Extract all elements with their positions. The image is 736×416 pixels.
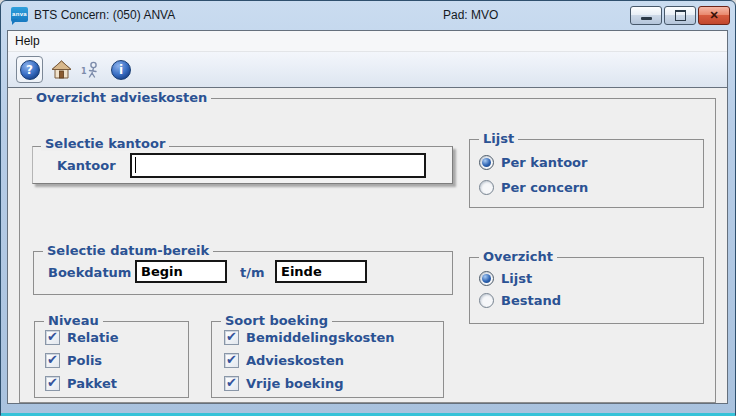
radio-lijst[interactable] bbox=[479, 271, 494, 286]
checkbox-option-bemiddelingskosten[interactable]: Bemiddelingskosten bbox=[224, 330, 395, 345]
radio-option-lijst[interactable]: Lijst bbox=[479, 271, 561, 286]
checkbox-pakket-label: Pakket bbox=[67, 376, 117, 391]
groupbox-lijst-title: Lijst bbox=[479, 131, 518, 146]
close-button[interactable]: ✕ bbox=[698, 6, 730, 25]
begin-date-input[interactable] bbox=[135, 260, 227, 283]
radio-bestand-label: Bestand bbox=[501, 293, 561, 308]
radio-option-per-kantoor[interactable]: Per kantoor bbox=[479, 155, 588, 170]
maximize-icon bbox=[675, 10, 686, 21]
groupbox-overzicht-advieskosten: Overzicht advieskosten Selectie kantoor … bbox=[19, 98, 716, 403]
info-button[interactable]: i bbox=[109, 58, 133, 82]
checkbox-relatie[interactable] bbox=[45, 330, 60, 345]
groupbox-overzicht: Overzicht Lijst Bestand bbox=[469, 257, 704, 324]
info-icon: i bbox=[111, 60, 131, 80]
svg-text:1: 1 bbox=[81, 67, 87, 76]
checkbox-vrije-boeking[interactable] bbox=[224, 376, 239, 391]
groupbox-lijst: Lijst Per kantoor Per concern bbox=[469, 139, 704, 208]
menu-item-help[interactable]: Help bbox=[8, 31, 47, 51]
help-icon: ? bbox=[20, 60, 40, 80]
checkbox-option-advieskosten[interactable]: Advieskosten bbox=[224, 353, 395, 368]
radio-per-kantoor-label: Per kantoor bbox=[501, 155, 587, 170]
checkbox-pakket[interactable] bbox=[45, 376, 60, 391]
text-caret bbox=[135, 157, 136, 173]
toolbar: ? 1 i bbox=[8, 52, 727, 88]
groupbox-niveau-title: Niveau bbox=[44, 313, 103, 328]
panel-selectie-kantoor: Selectie kantoor Kantoor bbox=[32, 146, 453, 184]
checkbox-vrije-boeking-label: Vrije boeking bbox=[246, 376, 343, 391]
walking-person-icon: 1 bbox=[80, 60, 102, 80]
help-button[interactable]: ? bbox=[16, 56, 43, 83]
maximize-button[interactable] bbox=[664, 6, 696, 25]
checkbox-option-pakket[interactable]: Pakket bbox=[45, 376, 119, 391]
radio-per-concern[interactable] bbox=[479, 180, 494, 195]
checkbox-polis-label: Polis bbox=[67, 353, 102, 368]
menubar: Help bbox=[8, 31, 727, 52]
radio-per-kantoor[interactable] bbox=[479, 155, 494, 170]
kantoor-input[interactable] bbox=[130, 153, 426, 178]
minimize-button[interactable] bbox=[630, 6, 662, 25]
groupbox-datum-bereik-title: Selectie datum-bereik bbox=[43, 243, 213, 258]
groupbox-soort-boeking-title: Soort boeking bbox=[221, 313, 332, 328]
checkbox-bemiddelingskosten[interactable] bbox=[224, 330, 239, 345]
radio-bestand[interactable] bbox=[479, 293, 494, 308]
kantoor-label: Kantoor bbox=[57, 158, 116, 173]
window-title: BTS Concern: (050) ANVA bbox=[34, 0, 175, 30]
application-window: anva BTS Concern: (050) ANVA Pad: MVO ✕ … bbox=[0, 0, 736, 416]
form-area: Overzicht advieskosten Selectie kantoor … bbox=[8, 88, 727, 404]
titlebar[interactable]: anva BTS Concern: (050) ANVA Pad: MVO ✕ bbox=[0, 0, 736, 30]
radio-per-concern-label: Per concern bbox=[501, 180, 588, 195]
groupbox-soort-boeking: Soort boeking Bemiddelingskosten Adviesk… bbox=[211, 321, 444, 398]
tm-label: t/m bbox=[240, 265, 265, 280]
checkbox-polis[interactable] bbox=[45, 353, 60, 368]
groupbox-title: Overzicht advieskosten bbox=[32, 90, 211, 105]
einde-date-input[interactable] bbox=[275, 260, 367, 283]
checkbox-relatie-label: Relatie bbox=[67, 330, 119, 345]
boekdatum-label: Boekdatum bbox=[48, 265, 131, 280]
minimize-icon bbox=[641, 17, 652, 20]
anva-logo-icon: anva bbox=[11, 7, 28, 22]
home-button[interactable] bbox=[49, 58, 73, 82]
checkbox-bemiddelingskosten-label: Bemiddelingskosten bbox=[246, 330, 395, 345]
path-label: Pad: MVO bbox=[443, 0, 498, 30]
radio-option-per-concern[interactable]: Per concern bbox=[479, 180, 588, 195]
checkbox-advieskosten[interactable] bbox=[224, 353, 239, 368]
close-icon: ✕ bbox=[709, 10, 718, 21]
panel-selectie-kantoor-title: Selectie kantoor bbox=[41, 136, 169, 151]
groupbox-niveau: Niveau Relatie Polis Pakket bbox=[34, 321, 189, 398]
checkbox-option-relatie[interactable]: Relatie bbox=[45, 330, 119, 345]
checkbox-option-vrije-boeking[interactable]: Vrije boeking bbox=[224, 376, 395, 391]
checkbox-option-polis[interactable]: Polis bbox=[45, 353, 119, 368]
person-button[interactable]: 1 bbox=[79, 58, 103, 82]
home-icon bbox=[51, 60, 72, 80]
client-area: Help ? 1 i bbox=[7, 30, 728, 404]
radio-option-bestand[interactable]: Bestand bbox=[479, 293, 561, 308]
groupbox-datum-bereik: Selectie datum-bereik Boekdatum t/m bbox=[33, 251, 453, 295]
groupbox-overzicht-title: Overzicht bbox=[479, 249, 557, 264]
window-controls: ✕ bbox=[630, 6, 730, 25]
radio-lijst-label: Lijst bbox=[501, 271, 532, 286]
checkbox-advieskosten-label: Advieskosten bbox=[246, 353, 344, 368]
